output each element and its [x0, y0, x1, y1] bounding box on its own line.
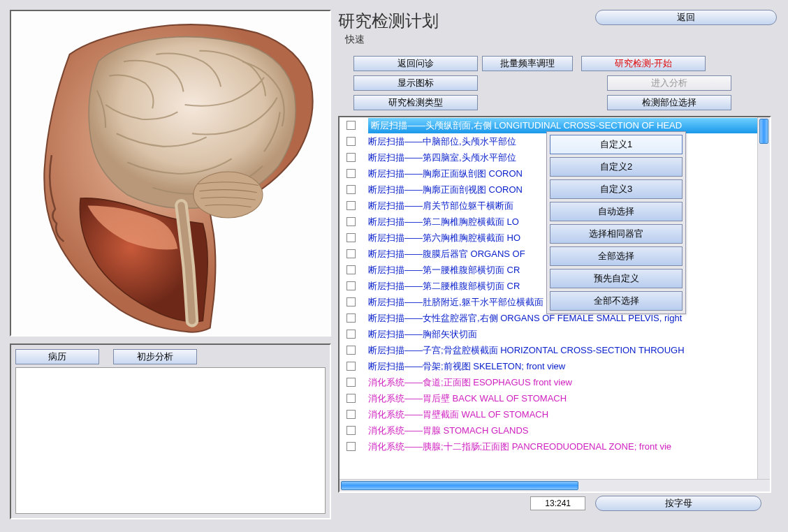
list-item-label: 断层扫描——胸部矢状切面: [368, 328, 477, 341]
checkbox[interactable]: [346, 217, 356, 226]
checkbox[interactable]: [346, 137, 356, 146]
list-item-label: 消化系统——胃腺 STOMACH GLANDS: [368, 424, 528, 437]
horizontal-scroll-thumb[interactable]: [341, 481, 578, 490]
research-type-button[interactable]: 研究检测类型: [353, 95, 478, 110]
list-item-label: 断层扫描——第一腰椎腹部横切面 CR: [368, 264, 520, 276]
batch-freq-button[interactable]: 批量频率调理: [482, 56, 573, 71]
list-item[interactable]: 断层扫描——子宫;骨盆腔横截面 HORIZONTAL CROSS-SECTION…: [340, 342, 770, 358]
checkbox[interactable]: [346, 265, 356, 274]
list-item-label: 断层扫描——肩关节部位躯干横断面: [368, 200, 513, 212]
context-menu-item[interactable]: 自定义2: [550, 157, 683, 177]
list-item[interactable]: 断层扫描——胸部矢状切面: [340, 326, 770, 342]
checkbox[interactable]: [346, 281, 356, 290]
list-item-label: 断层扫描——第二胸椎胸腔横截面 LO: [368, 216, 519, 228]
checkbox[interactable]: [346, 362, 356, 371]
checkbox[interactable]: [346, 249, 356, 258]
history-panel: 病历 初步分析: [10, 343, 331, 519]
checkbox[interactable]: [346, 394, 356, 403]
svg-point-0: [194, 172, 263, 218]
context-menu-item[interactable]: 自定义1: [550, 135, 683, 154]
list-item-label: 断层扫描——骨架;前视图 SKELETON; front view: [368, 360, 565, 373]
checkbox[interactable]: [346, 410, 356, 419]
list-item-label: 断层扫描——胸廓正面纵剖图 CORON: [368, 168, 523, 180]
checkbox[interactable]: [346, 346, 356, 355]
list-item-label: 断层扫描——腹膜后器官 ORGANS OF: [368, 248, 525, 260]
context-menu-item[interactable]: 全部不选择: [550, 291, 683, 311]
checkbox[interactable]: [346, 330, 356, 339]
list-item-label: 断层扫描——子宫;骨盆腔横截面 HORIZONTAL CROSS-SECTION…: [368, 344, 685, 357]
region-select-button[interactable]: 检测部位选择: [607, 95, 731, 110]
list-item-label: 断层扫描——第四脑室,头颅水平部位: [368, 152, 516, 164]
history-content: [15, 367, 326, 514]
start-research-button[interactable]: 研究检测-开始: [581, 56, 706, 71]
list-item-label: 消化系统——胃壁截面 WALL OF STOMACH: [368, 408, 548, 421]
list-item-label: 消化系统——胰腺;十二指肠;正面图 PANCREODUODENAL ZONE; …: [368, 441, 671, 453]
list-item-label: 断层扫描——第二腰椎腹部横切面 CR: [368, 280, 520, 293]
checkbox[interactable]: [346, 426, 356, 435]
anatomy-image-frame: [10, 10, 331, 337]
context-menu-item[interactable]: 预先自定义: [550, 269, 683, 288]
list-item[interactable]: 消化系统——胃腺 STOMACH GLANDS: [340, 422, 770, 438]
checkbox[interactable]: [346, 442, 356, 451]
tab-prelim-analysis[interactable]: 初步分析: [113, 349, 197, 364]
enter-analysis-button: 进入分析: [607, 75, 731, 91]
checkbox[interactable]: [346, 121, 356, 130]
context-menu-item[interactable]: 自定义3: [550, 179, 683, 199]
page-subtitle: 快速: [345, 34, 774, 46]
context-menu-item[interactable]: 自动选择: [550, 202, 683, 221]
list-item-label: 断层扫描——第六胸椎胸腔横截面 HO: [368, 232, 520, 244]
checkbox[interactable]: [346, 378, 356, 387]
checkbox[interactable]: [346, 297, 356, 306]
checkbox[interactable]: [346, 233, 356, 242]
checkbox[interactable]: [346, 169, 356, 178]
list-item[interactable]: 消化系统——食道;正面图 ESOPHAGUS front view: [340, 374, 770, 390]
back-button[interactable]: 返回: [595, 10, 777, 25]
tab-history[interactable]: 病历: [15, 349, 99, 364]
brain-anatomy-image: [11, 11, 330, 335]
vertical-scroll-thumb[interactable]: [759, 119, 768, 144]
counter-display: 13:241: [530, 496, 585, 510]
vertical-scrollbar[interactable]: [757, 117, 770, 479]
list-item-label: 消化系统——胃后壁 BACK WALL OF STOMACH: [368, 392, 567, 405]
context-menu: 自定义1自定义2自定义3自动选择选择相同器官全部选择预先自定义全部不选择: [546, 131, 686, 314]
horizontal-scrollbar[interactable]: [340, 479, 770, 492]
list-item[interactable]: 消化系统——胰腺;十二指肠;正面图 PANCREODUODENAL ZONE; …: [340, 438, 770, 455]
checkbox[interactable]: [346, 153, 356, 162]
context-menu-item[interactable]: 选择相同器官: [550, 224, 683, 244]
show-icon-button[interactable]: 显示图标: [353, 75, 478, 91]
checkbox[interactable]: [346, 201, 356, 210]
list-item[interactable]: 消化系统——胃壁截面 WALL OF STOMACH: [340, 406, 770, 422]
list-item[interactable]: 消化系统——胃后壁 BACK WALL OF STOMACH: [340, 390, 770, 406]
list-item[interactable]: 断层扫描——骨架;前视图 SKELETON; front view: [340, 358, 770, 374]
sort-alpha-button[interactable]: 按字母: [595, 496, 761, 511]
context-menu-item[interactable]: 全部选择: [550, 246, 683, 266]
list-item-label: 断层扫描——中脑部位,头颅水平部位: [368, 135, 516, 148]
checkbox[interactable]: [346, 313, 356, 323]
return-consult-button[interactable]: 返回问诊: [353, 56, 478, 71]
list-item-label: 消化系统——食道;正面图 ESOPHAGUS front view: [368, 376, 572, 389]
list-item-label: 断层扫描——胸廓正面剖视图 CORON: [368, 184, 523, 196]
checkbox[interactable]: [346, 185, 356, 194]
